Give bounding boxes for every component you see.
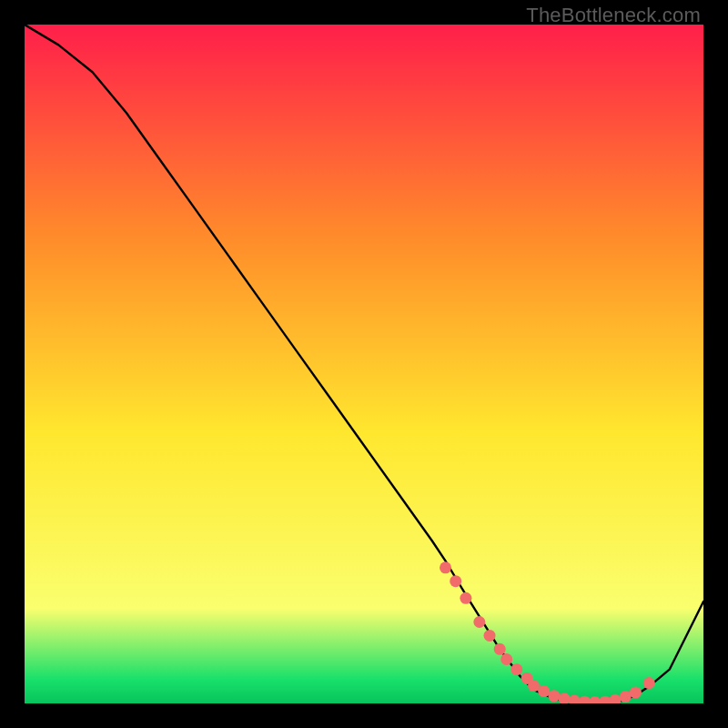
svg-rect-0	[25, 25, 703, 703]
chart-root: TheBottleneck.com	[0, 0, 728, 728]
plot-frame	[25, 25, 703, 703]
background-gradient	[25, 25, 703, 703]
